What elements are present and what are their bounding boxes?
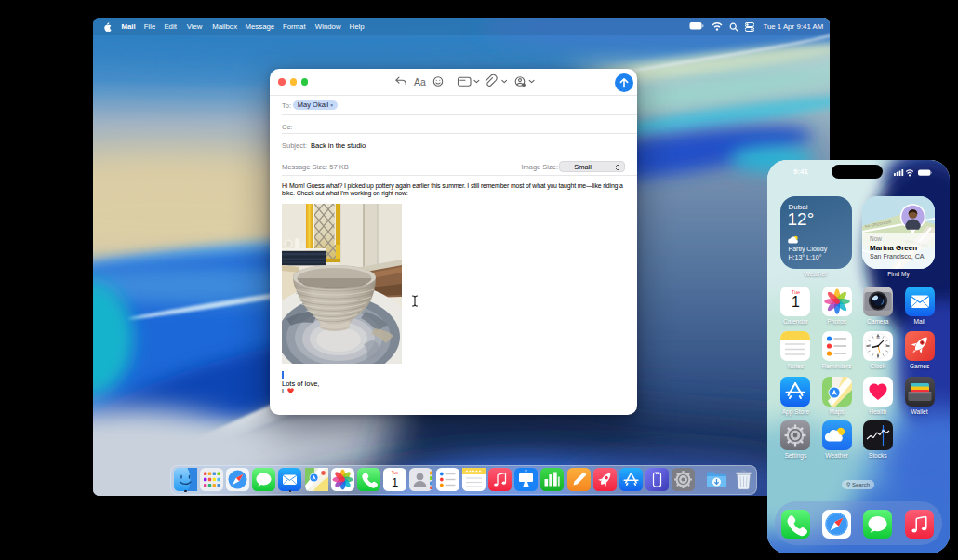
svg-text:3: 3: [885, 344, 887, 348]
svg-text:1: 1: [392, 474, 398, 488]
svg-text:12: 12: [876, 336, 880, 340]
svg-text:9: 9: [869, 344, 871, 348]
svg-text:Aa: Aa: [414, 76, 426, 87]
svg-text:6: 6: [877, 353, 879, 357]
